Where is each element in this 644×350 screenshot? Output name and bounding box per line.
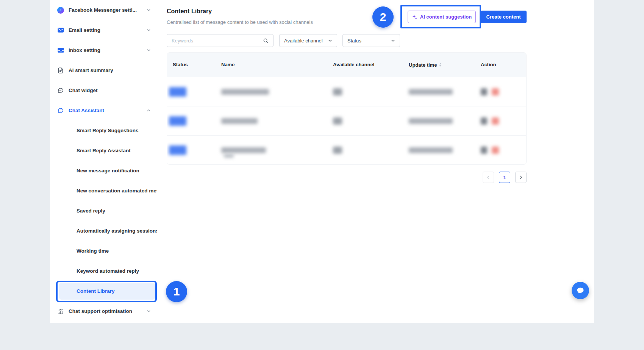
pagination-page-1-button[interactable]: 1 (499, 172, 510, 183)
sidebar-item-saved-reply[interactable]: Saved reply (50, 201, 157, 221)
column-header-available-channel: Available channel (333, 53, 374, 77)
table-row (167, 135, 526, 164)
channel-icon-redacted (333, 147, 342, 154)
sidebar-item-label: AI smart summary (69, 67, 113, 73)
column-header-update-time: Update time (409, 53, 442, 77)
column-header-update-time-label: Update time (409, 62, 437, 68)
chat-widget-icon (57, 87, 64, 94)
sidebar-item-label: Content Library (77, 288, 115, 294)
sidebar-item-content-library[interactable]: Content Library (50, 281, 157, 301)
page-title: Content Library (167, 8, 212, 15)
chat-assistant-icon (57, 107, 64, 114)
sidebar-item-label: New message notification (77, 168, 139, 173)
status-dropdown[interactable]: Status (342, 34, 400, 47)
sidebar-item-label: Facebook Messenger setti... (69, 7, 137, 13)
available-channel-dropdown-label: Available channel (284, 38, 325, 44)
delete-icon-redacted[interactable] (492, 147, 499, 154)
pagination-prev-button[interactable] (483, 172, 494, 183)
edit-icon-redacted[interactable] (481, 88, 487, 95)
sort-icon[interactable] (439, 62, 442, 67)
inbox-icon (57, 47, 64, 54)
chat-launcher-button[interactable] (572, 282, 589, 299)
edit-icon-redacted[interactable] (481, 147, 487, 154)
chevron-down-icon (147, 8, 151, 12)
update-time-redacted (409, 89, 453, 95)
sidebar-item-label: Email setting (69, 27, 100, 33)
name-cell-redacted (221, 147, 266, 153)
column-header-action: Action (481, 53, 496, 77)
sidebar-item-label: New conversation automated mess (77, 188, 157, 194)
pagination-next-button[interactable] (515, 172, 527, 183)
chevron-down-icon (391, 39, 395, 43)
sidebar-item-chat-assistant[interactable]: Chat Assistant (50, 100, 157, 120)
update-time-redacted (409, 118, 453, 124)
status-toggle-redacted[interactable] (169, 87, 186, 97)
sidebar-item-chat-widget[interactable]: Chat widget (50, 80, 157, 100)
chevron-down-icon (328, 39, 332, 43)
keywords-search-box (167, 34, 274, 47)
sidebar-item-label: Saved reply (77, 208, 105, 214)
chevron-down-icon (147, 28, 151, 32)
sidebar-item-label: Smart Reply Assistant (77, 148, 131, 153)
status-dropdown-label: Status (347, 38, 388, 44)
sidebar-item-label: Chat support optimisation (69, 308, 132, 314)
sidebar-item-smart-reply-suggestions[interactable]: Smart Reply Suggestions (50, 120, 157, 141)
sidebar-item-inbox-setting[interactable]: Inbox setting (50, 40, 157, 60)
sidebar-item-email-setting[interactable]: Email setting (50, 20, 157, 40)
name-subtext-redacted (224, 154, 234, 158)
sidebar-item-automatically-assigning-sessions[interactable]: Automatically assigning sessions (50, 221, 157, 241)
sidebar-item-smart-reply-assistant[interactable]: Smart Reply Assistant (50, 141, 157, 161)
column-header-status: Status (173, 53, 188, 77)
sidebar-item-new-conversation-automated-message[interactable]: New conversation automated mess (50, 181, 157, 201)
sidebar-item-ai-smart-summary[interactable]: AI smart summary (50, 60, 157, 80)
edit-icon-redacted[interactable] (481, 117, 487, 125)
sidebar-item-facebook-messenger-setting[interactable]: Facebook Messenger setti... (50, 0, 157, 20)
chevron-up-icon (147, 108, 151, 112)
status-toggle-redacted[interactable] (169, 116, 186, 126)
status-toggle-redacted[interactable] (169, 145, 186, 155)
keywords-search-input[interactable] (172, 38, 263, 44)
search-icon[interactable] (263, 38, 269, 44)
sidebar-item-working-time[interactable]: Working time (50, 241, 157, 261)
content-table: Status Name Available channel Update tim… (167, 52, 527, 165)
chat-bubble-icon (576, 286, 585, 295)
sidebar-item-keyword-automated-reply[interactable]: Keyword automated reply (50, 261, 157, 281)
delete-icon-redacted[interactable] (492, 88, 499, 95)
delete-icon-redacted[interactable] (492, 117, 499, 125)
sidebar-item-new-message-notification[interactable]: New message notification (50, 161, 157, 181)
update-time-redacted (409, 147, 453, 153)
ai-content-suggestion-label: AI content suggestion (420, 14, 472, 20)
annotation-step-1-badge: 1 (166, 281, 187, 302)
table-row (167, 106, 526, 135)
channel-icon-redacted (333, 88, 342, 95)
name-cell-redacted (221, 118, 258, 124)
available-channel-dropdown[interactable]: Available channel (279, 34, 337, 47)
chevron-down-icon (147, 48, 151, 52)
content-library-panel: Content Library Centralised list of mess… (167, 0, 527, 323)
sidebar-item-label: Chat widget (69, 88, 98, 93)
email-icon (57, 27, 64, 34)
sidebar-item-chat-support-optimisation[interactable]: Chat support optimisation (50, 301, 157, 321)
sidebar-item-label: Keyword automated reply (77, 268, 139, 274)
pagination: 1 (483, 172, 527, 183)
sidebar-item-label: Smart Reply Suggestions (77, 128, 139, 133)
settings-sidebar: Facebook Messenger setti... Email settin… (50, 0, 157, 323)
ai-content-suggestion-button[interactable]: AI content suggestion (408, 11, 476, 23)
page-subtitle: Centralised list of message content to b… (167, 19, 313, 25)
ai-summary-icon (57, 67, 64, 74)
chevron-down-icon (147, 309, 151, 313)
annotation-step-2-badge: 2 (372, 6, 394, 28)
table-row (167, 77, 526, 106)
messenger-icon (57, 6, 64, 14)
app-window: Facebook Messenger setti... Email settin… (50, 0, 594, 323)
column-header-name: Name (221, 53, 234, 77)
bar-chart-icon (57, 308, 64, 315)
sidebar-item-label: Chat Assistant (69, 108, 104, 113)
sidebar-item-label: Inbox setting (69, 47, 100, 53)
sidebar-item-label: Automatically assigning sessions (77, 228, 157, 234)
channel-icon-redacted (333, 117, 342, 125)
table-header-row: Status Name Available channel Update tim… (167, 53, 526, 77)
name-cell-redacted (221, 89, 269, 95)
create-content-button[interactable]: Create content (480, 11, 527, 23)
sparkles-icon (412, 14, 417, 20)
